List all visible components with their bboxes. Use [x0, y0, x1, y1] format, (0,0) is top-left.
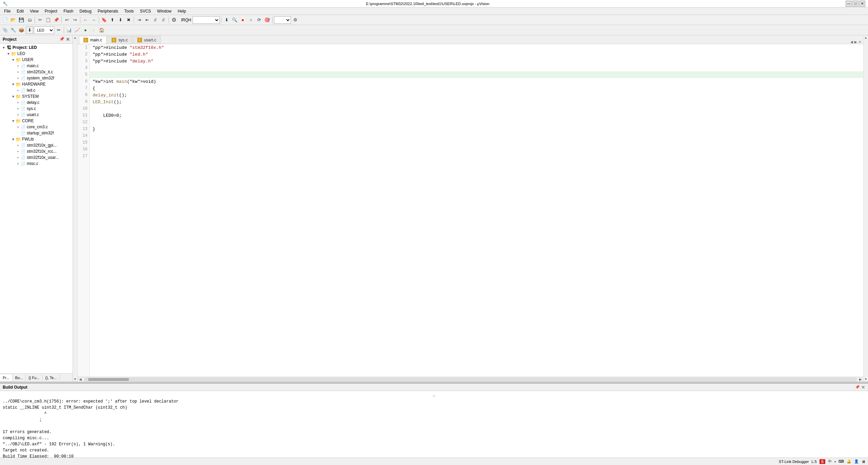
tree-item[interactable]: +📄main.c — [0, 63, 73, 69]
bookmark-button[interactable]: 🔖 — [100, 16, 108, 24]
scroll-left-arrow[interactable]: ◀ — [78, 377, 83, 381]
tree-item[interactable]: ▼📁USER — [0, 57, 73, 63]
irqh-select[interactable] — [193, 16, 220, 24]
menu-item-edit[interactable]: Edit — [14, 8, 26, 14]
clear-bookmarks-button[interactable]: ✖ — [125, 16, 132, 24]
code-line[interactable]: "pp">#include "stm32f10x.h" — [90, 44, 863, 51]
indent-button[interactable]: ⇥ — [135, 16, 143, 24]
code-line[interactable]: "pp">#include "led.h" — [90, 51, 863, 58]
code-line[interactable] — [90, 139, 863, 146]
tb2-btn7[interactable]: 📈 — [74, 26, 81, 34]
tree-toggle-icon[interactable]: ▼ — [6, 52, 11, 56]
tree-item[interactable]: ▼📁SYSTEM — [0, 93, 73, 99]
code-line[interactable]: "kw">int main("kw">void) — [90, 78, 863, 85]
tree-item[interactable]: +📄led.c — [0, 87, 73, 93]
tb2-btn10[interactable]: 🏠 — [98, 26, 105, 34]
tree-item[interactable]: +📄stm32f10x_usar... — [0, 154, 73, 161]
sidebar-scroll-up[interactable]: ▲ — [74, 36, 77, 39]
code-line[interactable]: { — [90, 85, 863, 92]
code-content[interactable]: "pp">#include "stm32f10x.h""pp">#include… — [90, 44, 863, 377]
setup-button[interactable]: ⚙ — [292, 16, 299, 24]
tree-toggle-icon[interactable]: + — [16, 70, 20, 74]
menu-item-flash[interactable]: Flash — [61, 8, 76, 14]
tree-item[interactable]: +📄stm32f10x_it.c — [0, 69, 73, 75]
tree-toggle-icon[interactable]: ▼ — [11, 95, 16, 98]
code-line[interactable]: "pp">#include "delay.h" — [90, 58, 863, 64]
tree-toggle-icon[interactable]: + — [16, 89, 20, 92]
target-button[interactable]: 🎯 — [263, 16, 271, 24]
tree-toggle-icon[interactable]: + — [16, 162, 20, 166]
tab-close-icon[interactable]: ✕ — [858, 40, 862, 44]
tree-item[interactable]: ▼📁CORE — [0, 118, 73, 124]
save-button[interactable]: 💾 — [18, 16, 25, 24]
build-all-button[interactable]: ⚙ — [170, 16, 178, 24]
tree-toggle-icon[interactable]: ▼ — [11, 137, 16, 141]
run-button[interactable]: ● — [239, 16, 246, 24]
scroll-right-arrow[interactable]: ▶ — [858, 377, 863, 381]
comment-button[interactable]: // — [152, 16, 159, 24]
menu-item-help[interactable]: Help — [175, 8, 189, 14]
tb2-btn9[interactable]: ◦ — [90, 26, 97, 34]
tree-toggle-icon[interactable]: + — [16, 156, 20, 160]
target-dropdown[interactable]: LED — [34, 26, 54, 34]
tree-item[interactable]: +📄usart.c — [0, 112, 73, 118]
tree-toggle-icon[interactable]: ▼ — [11, 119, 16, 123]
menu-item-debug[interactable]: Debug — [77, 8, 94, 14]
undo-button[interactable]: ↩ — [63, 16, 71, 24]
tree-toggle-icon[interactable]: + — [16, 113, 20, 117]
step-button[interactable]: ⟳ — [255, 16, 263, 24]
build-output-close[interactable]: ✕ — [861, 385, 865, 390]
sidebar-scroll-down[interactable]: ▼ — [74, 377, 77, 381]
menu-item-file[interactable]: File — [1, 8, 13, 14]
menu-item-peripherals[interactable]: Peripherals — [95, 8, 121, 14]
h-scroll-thumb[interactable] — [88, 378, 129, 381]
code-line[interactable] — [90, 64, 863, 71]
paste-button[interactable]: 📌 — [53, 16, 60, 24]
copy-button[interactable]: 📋 — [44, 16, 52, 24]
code-container[interactable]: 1234567891011121314151617 "pp">#include … — [78, 44, 863, 377]
tb2-btn4[interactable]: ⬇ — [26, 26, 33, 34]
uncomment-button[interactable]: // — [160, 16, 167, 24]
maximize-button[interactable]: □ — [852, 1, 859, 7]
tb2-btn5[interactable]: ✏ — [55, 26, 62, 34]
menu-item-view[interactable]: View — [27, 8, 41, 14]
menu-item-svcs[interactable]: SVCS — [137, 8, 154, 14]
new-file-button[interactable]: 📄 — [1, 16, 9, 24]
tree-item[interactable]: 📄startup_stm32f — [0, 130, 73, 136]
code-line[interactable] — [90, 146, 863, 153]
tree-toggle-icon[interactable]: ▼ — [11, 82, 16, 86]
save-all-button[interactable]: 🗂 — [26, 16, 33, 24]
sidebar-close-icon[interactable]: ✕ — [66, 37, 70, 42]
prev-bookmark-button[interactable]: ⬆ — [108, 16, 116, 24]
minimize-button[interactable]: — — [846, 1, 852, 7]
code-line[interactable]: LED0=0; — [90, 112, 863, 119]
redo-button[interactable]: ↪ — [71, 16, 79, 24]
code-tab[interactable]: Cusart.c — [133, 36, 161, 44]
sidebar-pin-icon[interactable]: 📌 — [59, 37, 64, 42]
tree-toggle-icon[interactable]: + — [16, 125, 20, 129]
tree-item[interactable]: +📄system_stm32f — [0, 75, 73, 81]
tree-toggle-icon[interactable]: + — [16, 64, 20, 68]
download-button[interactable]: ⬇ — [223, 16, 230, 24]
tree-item[interactable]: ▼🏗Project: LED — [0, 44, 73, 51]
tree-toggle-icon[interactable]: + — [16, 76, 20, 80]
code-line[interactable] — [90, 119, 863, 126]
tab-chevron-right[interactable]: ▶ — [854, 40, 858, 44]
build-output-pin[interactable]: 📌 — [855, 385, 860, 389]
tree-item[interactable]: +📄stm32f10x_gpi... — [0, 142, 73, 148]
tb2-btn6[interactable]: 📊 — [65, 26, 73, 34]
tree-item[interactable]: ▼📁LED — [0, 51, 73, 57]
open-button[interactable]: 📂 — [9, 16, 17, 24]
tree-item[interactable]: +📄stm32f10x_rcc... — [0, 148, 73, 154]
tree-toggle-icon[interactable]: ▼ — [11, 58, 16, 62]
sidebar-tab[interactable]: Bo... — [13, 375, 26, 381]
menu-item-tools[interactable]: Tools — [122, 8, 137, 14]
build-output-content[interactable]: △../CORE\core_cm3.h(1756): error: expect… — [0, 391, 868, 458]
tree-item[interactable]: +📄sys.c — [0, 106, 73, 112]
tree-toggle-icon[interactable]: + — [16, 144, 20, 147]
h-scrollbar[interactable] — [84, 378, 856, 381]
nav-forward-button[interactable]: → — [90, 16, 97, 24]
tb2-btn8[interactable]: ● — [82, 26, 89, 34]
tree-toggle-icon[interactable]: + — [16, 107, 20, 111]
cut-button[interactable]: ✂ — [36, 16, 44, 24]
